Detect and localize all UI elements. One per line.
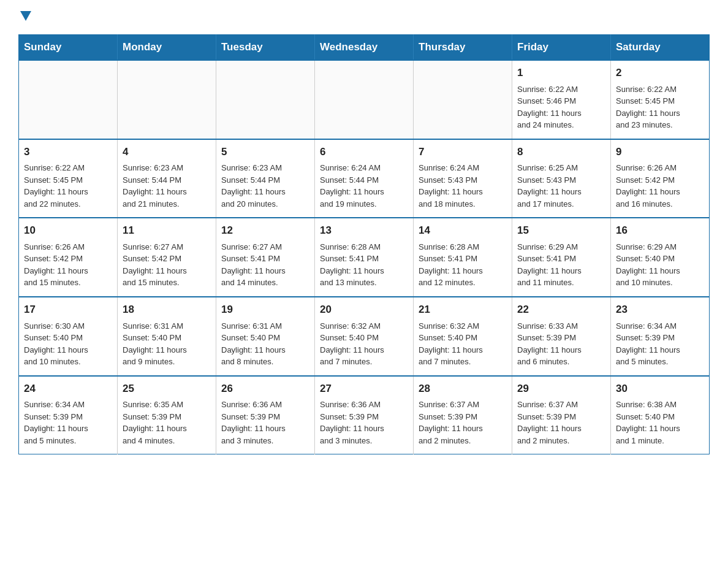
calendar-cell: 29Sunrise: 6:37 AMSunset: 5:39 PMDayligh… xyxy=(512,376,611,454)
day-number: 11 xyxy=(123,223,211,239)
calendar-cell: 13Sunrise: 6:28 AMSunset: 5:41 PMDayligh… xyxy=(315,218,414,297)
day-info: Sunrise: 6:23 AMSunset: 5:44 PMDaylight:… xyxy=(221,162,309,210)
calendar-cell: 16Sunrise: 6:29 AMSunset: 5:40 PMDayligh… xyxy=(611,218,710,297)
svg-marker-0 xyxy=(20,11,31,21)
day-header-friday: Friday xyxy=(512,35,611,61)
day-info: Sunrise: 6:29 AMSunset: 5:41 PMDaylight:… xyxy=(517,241,605,289)
calendar-cell: 30Sunrise: 6:38 AMSunset: 5:40 PMDayligh… xyxy=(611,376,710,454)
calendar-week-1: 1Sunrise: 6:22 AMSunset: 5:46 PMDaylight… xyxy=(19,60,710,139)
day-number: 4 xyxy=(123,145,211,160)
day-number: 13 xyxy=(320,223,408,239)
calendar-cell: 28Sunrise: 6:37 AMSunset: 5:39 PMDayligh… xyxy=(414,376,512,454)
calendar-cell: 11Sunrise: 6:27 AMSunset: 5:42 PMDayligh… xyxy=(118,218,216,297)
day-header-saturday: Saturday xyxy=(611,35,710,61)
day-info: Sunrise: 6:27 AMSunset: 5:41 PMDaylight:… xyxy=(221,241,309,289)
day-info: Sunrise: 6:37 AMSunset: 5:39 PMDaylight:… xyxy=(419,399,507,446)
day-number: 28 xyxy=(419,381,507,397)
day-number: 5 xyxy=(221,145,309,160)
calendar-cell: 5Sunrise: 6:23 AMSunset: 5:44 PMDaylight… xyxy=(216,139,315,218)
day-info: Sunrise: 6:22 AMSunset: 5:45 PMDaylight:… xyxy=(24,162,112,210)
day-info: Sunrise: 6:22 AMSunset: 5:46 PMDaylight:… xyxy=(517,83,605,131)
day-info: Sunrise: 6:36 AMSunset: 5:39 PMDaylight:… xyxy=(221,399,309,446)
calendar-week-3: 10Sunrise: 6:26 AMSunset: 5:42 PMDayligh… xyxy=(19,218,710,297)
day-info: Sunrise: 6:26 AMSunset: 5:42 PMDaylight:… xyxy=(616,162,704,210)
calendar-cell xyxy=(315,60,414,139)
day-info: Sunrise: 6:31 AMSunset: 5:40 PMDaylight:… xyxy=(123,320,211,368)
calendar-cell: 17Sunrise: 6:30 AMSunset: 5:40 PMDayligh… xyxy=(19,297,118,376)
calendar-cell xyxy=(216,60,315,139)
calendar-cell: 6Sunrise: 6:24 AMSunset: 5:44 PMDaylight… xyxy=(315,139,414,218)
day-number: 10 xyxy=(24,223,112,239)
day-number: 16 xyxy=(616,223,704,239)
day-info: Sunrise: 6:32 AMSunset: 5:40 PMDaylight:… xyxy=(320,320,408,368)
calendar-cell xyxy=(414,60,512,139)
day-number: 6 xyxy=(320,145,408,160)
calendar-cell: 8Sunrise: 6:25 AMSunset: 5:43 PMDaylight… xyxy=(512,139,611,218)
day-number: 18 xyxy=(123,302,211,318)
day-info: Sunrise: 6:29 AMSunset: 5:40 PMDaylight:… xyxy=(616,241,704,289)
day-info: Sunrise: 6:27 AMSunset: 5:42 PMDaylight:… xyxy=(123,241,211,289)
day-number: 15 xyxy=(517,223,605,239)
calendar-cell: 19Sunrise: 6:31 AMSunset: 5:40 PMDayligh… xyxy=(216,297,315,376)
day-number: 9 xyxy=(616,145,704,160)
logo xyxy=(18,12,31,25)
calendar-cell: 26Sunrise: 6:36 AMSunset: 5:39 PMDayligh… xyxy=(216,376,315,454)
calendar-cell: 27Sunrise: 6:36 AMSunset: 5:39 PMDayligh… xyxy=(315,376,414,454)
calendar-header: SundayMondayTuesdayWednesdayThursdayFrid… xyxy=(19,35,710,61)
calendar-cell xyxy=(118,60,216,139)
day-info: Sunrise: 6:26 AMSunset: 5:42 PMDaylight:… xyxy=(24,241,112,289)
day-info: Sunrise: 6:30 AMSunset: 5:40 PMDaylight:… xyxy=(24,320,112,368)
day-info: Sunrise: 6:34 AMSunset: 5:39 PMDaylight:… xyxy=(24,399,112,446)
day-header-thursday: Thursday xyxy=(414,35,512,61)
day-info: Sunrise: 6:24 AMSunset: 5:43 PMDaylight:… xyxy=(419,162,507,210)
day-info: Sunrise: 6:32 AMSunset: 5:40 PMDaylight:… xyxy=(419,320,507,368)
day-header-wednesday: Wednesday xyxy=(315,35,414,61)
calendar-cell: 4Sunrise: 6:23 AMSunset: 5:44 PMDaylight… xyxy=(118,139,216,218)
calendar-week-2: 3Sunrise: 6:22 AMSunset: 5:45 PMDaylight… xyxy=(19,139,710,218)
calendar-cell: 15Sunrise: 6:29 AMSunset: 5:41 PMDayligh… xyxy=(512,218,611,297)
day-info: Sunrise: 6:34 AMSunset: 5:39 PMDaylight:… xyxy=(616,320,704,368)
day-number: 14 xyxy=(419,223,507,239)
day-number: 7 xyxy=(419,145,507,160)
day-number: 8 xyxy=(517,145,605,160)
day-info: Sunrise: 6:25 AMSunset: 5:43 PMDaylight:… xyxy=(517,162,605,210)
day-number: 1 xyxy=(517,66,605,81)
logo-triangle-icon xyxy=(20,11,31,23)
day-info: Sunrise: 6:37 AMSunset: 5:39 PMDaylight:… xyxy=(517,399,605,446)
day-number: 17 xyxy=(24,302,112,318)
day-header-tuesday: Tuesday xyxy=(216,35,315,61)
day-header-monday: Monday xyxy=(118,35,216,61)
day-number: 23 xyxy=(616,302,704,318)
day-number: 12 xyxy=(221,223,309,239)
calendar-cell: 3Sunrise: 6:22 AMSunset: 5:45 PMDaylight… xyxy=(19,139,118,218)
day-info: Sunrise: 6:24 AMSunset: 5:44 PMDaylight:… xyxy=(320,162,408,210)
day-number: 26 xyxy=(221,381,309,397)
day-number: 19 xyxy=(221,302,309,318)
day-info: Sunrise: 6:35 AMSunset: 5:39 PMDaylight:… xyxy=(123,399,211,446)
day-number: 3 xyxy=(24,145,112,160)
calendar-cell: 12Sunrise: 6:27 AMSunset: 5:41 PMDayligh… xyxy=(216,218,315,297)
calendar-cell: 22Sunrise: 6:33 AMSunset: 5:39 PMDayligh… xyxy=(512,297,611,376)
day-number: 24 xyxy=(24,381,112,397)
page-header xyxy=(18,12,710,25)
calendar-cell: 20Sunrise: 6:32 AMSunset: 5:40 PMDayligh… xyxy=(315,297,414,376)
calendar-week-5: 24Sunrise: 6:34 AMSunset: 5:39 PMDayligh… xyxy=(19,376,710,454)
day-number: 22 xyxy=(517,302,605,318)
calendar-cell: 2Sunrise: 6:22 AMSunset: 5:45 PMDaylight… xyxy=(611,60,710,139)
day-info: Sunrise: 6:33 AMSunset: 5:39 PMDaylight:… xyxy=(517,320,605,368)
day-headers-row: SundayMondayTuesdayWednesdayThursdayFrid… xyxy=(19,35,710,61)
day-number: 29 xyxy=(517,381,605,397)
day-header-sunday: Sunday xyxy=(19,35,118,61)
day-number: 25 xyxy=(123,381,211,397)
calendar-week-4: 17Sunrise: 6:30 AMSunset: 5:40 PMDayligh… xyxy=(19,297,710,376)
calendar-cell: 1Sunrise: 6:22 AMSunset: 5:46 PMDaylight… xyxy=(512,60,611,139)
day-number: 2 xyxy=(616,66,704,81)
calendar-body: 1Sunrise: 6:22 AMSunset: 5:46 PMDaylight… xyxy=(19,60,710,454)
calendar-cell: 24Sunrise: 6:34 AMSunset: 5:39 PMDayligh… xyxy=(19,376,118,454)
calendar-table: SundayMondayTuesdayWednesdayThursdayFrid… xyxy=(18,34,710,454)
day-info: Sunrise: 6:31 AMSunset: 5:40 PMDaylight:… xyxy=(221,320,309,368)
day-info: Sunrise: 6:38 AMSunset: 5:40 PMDaylight:… xyxy=(616,399,704,446)
day-info: Sunrise: 6:28 AMSunset: 5:41 PMDaylight:… xyxy=(419,241,507,289)
calendar-cell: 21Sunrise: 6:32 AMSunset: 5:40 PMDayligh… xyxy=(414,297,512,376)
day-number: 20 xyxy=(320,302,408,318)
